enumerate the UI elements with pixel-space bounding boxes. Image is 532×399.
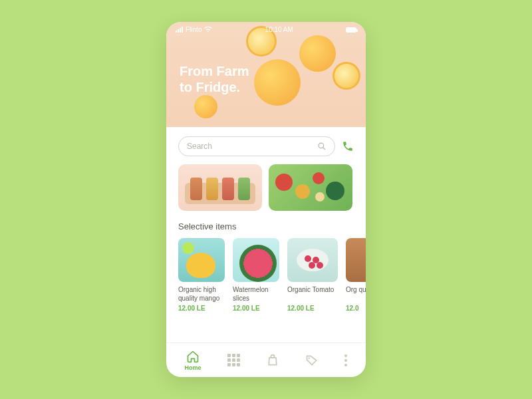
product-price: 12.00 LE [287,305,338,312]
product-price: 12.00 LE [178,305,225,312]
phone-icon[interactable] [342,140,354,152]
search-icon [317,142,327,151]
product-name: Org qua [346,286,366,303]
product-name: Watermelon slices [233,286,279,303]
search-row: Search [166,127,366,164]
status-bar: Flinto 10:10 AM [166,26,366,33]
hero-fruit-decor [194,95,217,118]
signal-icon [176,27,183,33]
category-row[interactable] [166,164,366,220]
hero-fruit-decor [299,35,336,72]
product-card[interactable]: Organic Tomato 12.00 LE [287,238,338,312]
product-image [233,238,279,282]
product-card[interactable]: Organic high quality mango 12.00 LE [178,238,225,312]
section-title: Selective items [166,220,366,238]
svg-point-2 [309,357,310,358]
product-name: Organic high quality mango [178,286,225,303]
hero-fruit-decor [332,62,360,90]
more-icon [344,354,347,366]
bag-icon [266,354,279,367]
product-price: 12.0 [346,305,366,312]
product-image [346,238,366,282]
tab-cart[interactable] [266,354,279,367]
product-price: 12.00 LE [233,305,279,312]
product-image [178,238,225,282]
product-name: Organic Tomato [287,286,338,303]
search-placeholder: Search [187,142,212,151]
hero-title: From Farm to Fridge. [180,63,249,95]
tab-bar: Home [166,342,366,377]
svg-line-1 [323,148,325,150]
tab-categories[interactable] [227,354,240,366]
category-card[interactable] [269,164,352,211]
tab-label: Home [185,364,201,371]
items-row[interactable]: Organic high quality mango 12.00 LE Wate… [166,238,366,312]
category-card[interactable] [178,164,262,211]
hero-fruit-decor [254,59,301,106]
tag-icon [305,354,319,367]
product-card[interactable]: Org qua 12.0 [346,238,366,312]
product-card[interactable]: Watermelon slices 12.00 LE [233,238,279,312]
search-input[interactable]: Search [178,136,335,156]
battery-icon [346,27,356,33]
clock-label: 10:10 AM [265,26,293,33]
phone-frame: Flinto 10:10 AM From Farm to Fridge. Sea… [166,22,366,377]
tab-more[interactable] [344,354,347,366]
grid-icon [227,354,240,366]
product-image [287,238,338,282]
home-icon [186,350,200,363]
wifi-icon [204,27,212,33]
hero-banner: Flinto 10:10 AM From Farm to Fridge. [166,22,366,127]
tab-deals[interactable] [305,354,319,367]
carrier-label: Flinto [186,26,201,33]
tab-home[interactable]: Home [185,350,201,371]
